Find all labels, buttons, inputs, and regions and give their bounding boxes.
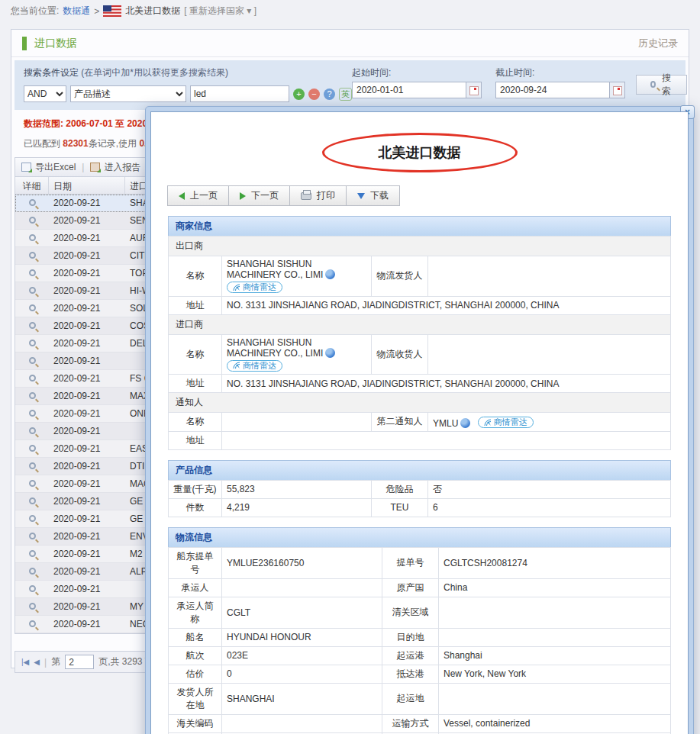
- row-date: 2020-09-21: [49, 478, 125, 489]
- search-field-select[interactable]: 产品描述: [70, 85, 186, 102]
- keyword-input[interactable]: [190, 85, 289, 102]
- row-detail-magnifier-icon[interactable]: [15, 566, 49, 577]
- row-detail-magnifier-icon[interactable]: [15, 373, 49, 384]
- row-detail-magnifier-icon[interactable]: [15, 426, 49, 436]
- row-date: 2020-09-21: [49, 601, 125, 612]
- row-date: 2020-09-21: [49, 250, 125, 261]
- panel-header: 进口数据 历史记录: [11, 30, 689, 57]
- globe-icon[interactable]: [325, 348, 335, 358]
- row-detail-magnifier-icon[interactable]: [15, 584, 49, 594]
- row-detail-magnifier-icon[interactable]: [15, 461, 49, 472]
- radar-badge[interactable]: 商情雷达: [227, 282, 282, 293]
- row-detail-magnifier-icon[interactable]: [15, 198, 49, 208]
- field-label: 运输方式: [382, 714, 439, 732]
- enter-report-button[interactable]: 进入报告: [90, 161, 140, 174]
- row-detail-magnifier-icon[interactable]: [15, 285, 49, 296]
- row-detail-magnifier-icon[interactable]: [15, 513, 49, 524]
- row-date: 2020-09-21: [49, 549, 125, 559]
- breadcrumb-current: 北美进口数据: [125, 5, 180, 18]
- row-detail-magnifier-icon[interactable]: [15, 338, 49, 349]
- exporter-name-row: 名称 SHANGHAI SISHUN MACHINERY CO., LIMI 商…: [169, 256, 671, 297]
- field-label: 目的地: [382, 628, 439, 646]
- globe-icon[interactable]: [460, 418, 470, 428]
- globe-icon[interactable]: [325, 269, 335, 279]
- add-condition-button[interactable]: +: [293, 89, 305, 100]
- end-date-calendar-icon[interactable]: [610, 82, 625, 98]
- detail-row: 重量(千克)55,823危险品否: [169, 480, 671, 498]
- field-label: 起运港: [382, 646, 439, 665]
- field-label: 船名: [169, 628, 222, 646]
- row-detail-magnifier-icon[interactable]: [15, 408, 49, 419]
- shipper-value: [428, 256, 671, 297]
- row-date: 2020-09-21: [49, 584, 125, 594]
- field-value: New York, New York: [439, 665, 671, 683]
- logistics-table: 船东提单号YMLUE236160750提单号CGLTCSH20081274承运人…: [168, 547, 671, 734]
- search-button[interactable]: 搜索: [636, 75, 687, 95]
- row-detail-magnifier-icon[interactable]: [15, 391, 49, 401]
- row-detail-magnifier-icon[interactable]: [15, 443, 49, 454]
- col-header-date[interactable]: 日期: [49, 177, 125, 194]
- row-detail-magnifier-icon[interactable]: [15, 356, 49, 366]
- page-title: 进口数据: [34, 37, 77, 50]
- next-page-record-button[interactable]: 下一页: [228, 185, 290, 206]
- row-detail-magnifier-icon[interactable]: [15, 549, 49, 559]
- field-value: Shanghai: [439, 646, 671, 665]
- field-label: 原产国: [382, 578, 439, 597]
- row-detail-magnifier-icon[interactable]: [15, 268, 49, 278]
- row-detail-magnifier-icon[interactable]: [15, 215, 49, 226]
- row-detail-magnifier-icon[interactable]: [15, 496, 49, 507]
- row-detail-magnifier-icon[interactable]: [15, 303, 49, 314]
- bool-operator-select[interactable]: AND: [24, 85, 66, 102]
- start-date-calendar-icon[interactable]: [466, 82, 482, 98]
- row-detail-magnifier-icon[interactable]: [15, 619, 49, 629]
- merchant-section: 商家信息 出口商 名称 SHANGHAI SISHUN MACHINERY CO…: [168, 216, 671, 450]
- logistics-section: 物流信息 船东提单号YMLUE236160750提单号CGLTCSH200812…: [168, 527, 671, 734]
- exporter-name[interactable]: SHANGHAI SISHUN MACHINERY CO., LIMI: [227, 259, 323, 280]
- prev-page-record-button[interactable]: 上一页: [167, 185, 229, 206]
- english-toggle-button[interactable]: 英: [339, 88, 352, 101]
- field-value: [439, 628, 671, 646]
- field-value: [222, 578, 382, 597]
- detail-row: 承运人原产国China: [169, 578, 671, 597]
- importer-address: NO. 3131 JINSHAJIANG ROAD, JIADINGDISTRI…: [222, 375, 671, 393]
- importer-name[interactable]: SHANGHAI SISHUN MACHINERY CO., LIMI: [227, 337, 323, 359]
- start-date-input[interactable]: [352, 82, 466, 98]
- second-notify-value[interactable]: YMLU: [433, 418, 458, 429]
- product-section: 产品信息 重量(千克)55,823危险品否件数4,219TEU6: [168, 460, 671, 517]
- download-button[interactable]: 下载: [346, 185, 400, 206]
- row-detail-magnifier-icon[interactable]: [15, 250, 49, 261]
- end-date-input[interactable]: [495, 82, 610, 98]
- field-value: 55,823: [222, 480, 372, 498]
- radar-badge[interactable]: 商情雷达: [478, 417, 534, 428]
- field-label: 危险品: [372, 480, 428, 498]
- field-label: 发货人所在地: [169, 683, 222, 714]
- row-detail-magnifier-icon[interactable]: [15, 478, 49, 489]
- help-button[interactable]: ?: [324, 89, 335, 100]
- export-excel-button[interactable]: 导出Excel: [21, 161, 76, 174]
- field-value: 否: [428, 480, 671, 498]
- product-section-header: 产品信息: [168, 460, 671, 480]
- row-detail-magnifier-icon[interactable]: [15, 233, 49, 243]
- radar-badge[interactable]: 商情雷达: [227, 360, 282, 372]
- row-date: 2020-09-21: [49, 443, 125, 454]
- remove-condition-button[interactable]: −: [308, 89, 320, 100]
- row-date: 2020-09-21: [49, 461, 125, 472]
- detail-row: 件数4,219TEU6: [169, 498, 671, 517]
- notify-addr-row: 地址: [169, 431, 671, 449]
- detail-row: 船名HYUNDAI HONOUR目的地: [169, 628, 671, 646]
- breadcrumb-home-link[interactable]: 数据通: [63, 5, 90, 18]
- modal-title-wrap: 北美进口数据: [168, 135, 671, 170]
- us-flag-icon: [103, 5, 121, 17]
- row-detail-magnifier-icon[interactable]: [15, 531, 49, 542]
- breadcrumb-prefix: 您当前位置:: [11, 5, 59, 18]
- row-detail-magnifier-icon[interactable]: [15, 320, 49, 331]
- row-detail-magnifier-icon[interactable]: [15, 601, 49, 612]
- prev-page-button[interactable]: ◀: [34, 658, 40, 666]
- page-number-input[interactable]: [65, 655, 94, 669]
- print-button[interactable]: 打印: [289, 185, 347, 206]
- reselect-country-dropdown[interactable]: [ 重新选择国家 ▾ ]: [184, 5, 256, 18]
- history-link[interactable]: 历史记录: [638, 37, 678, 50]
- col-header-detail[interactable]: 详细: [15, 177, 49, 194]
- first-page-button[interactable]: |◀: [21, 658, 29, 666]
- detail-row: 承运人简称CGLT清关区域: [169, 597, 671, 628]
